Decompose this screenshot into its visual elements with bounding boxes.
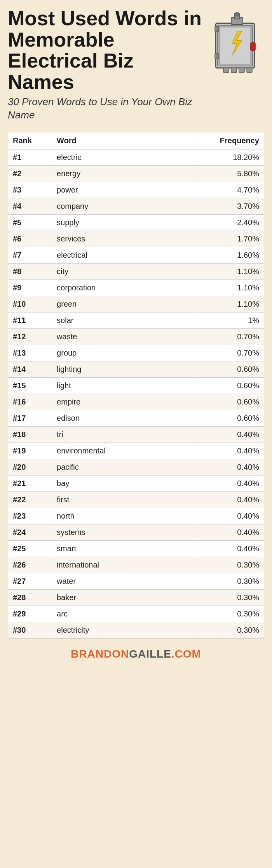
table-row: #9corporation1.10% <box>8 279 264 296</box>
cell-rank: #6 <box>8 231 52 247</box>
cell-word: environmental <box>52 443 195 459</box>
table-row: #4company3.70% <box>8 198 264 214</box>
cell-word: lighting <box>52 361 195 377</box>
cell-word: power <box>52 182 195 198</box>
cell-rank: #3 <box>8 182 52 198</box>
cell-word: electrical <box>52 247 195 263</box>
cell-word: arc <box>52 606 195 622</box>
header-section: Most Used Words in Memorable Electrical … <box>8 8 264 128</box>
cell-rank: #12 <box>8 328 52 345</box>
cell-frequency: 0.40% <box>195 524 264 540</box>
cell-word: green <box>52 296 195 312</box>
table-row: #22first0.40% <box>8 491 264 508</box>
table-row: #14lighting0.60% <box>8 361 264 377</box>
cell-frequency: 0.70% <box>195 345 264 361</box>
cell-rank: #14 <box>8 361 52 377</box>
cell-word: first <box>52 491 195 508</box>
cell-word: electric <box>52 149 195 165</box>
table-row: #25smart0.40% <box>8 540 264 557</box>
cell-rank: #28 <box>8 589 52 606</box>
cell-rank: #8 <box>8 263 52 279</box>
cell-rank: #21 <box>8 475 52 491</box>
svg-rect-4 <box>215 54 219 59</box>
cell-word: services <box>52 231 195 247</box>
cell-rank: #16 <box>8 394 52 410</box>
cell-word: systems <box>52 524 195 540</box>
cell-rank: #30 <box>8 622 52 638</box>
cell-rank: #18 <box>8 426 52 443</box>
table-row: #6services1.70% <box>8 231 264 247</box>
title-block: Most Used Words in Memorable Electrical … <box>8 8 202 128</box>
svg-rect-11 <box>231 68 237 73</box>
cell-frequency: 1.60% <box>195 247 264 263</box>
cell-rank: #2 <box>8 165 52 182</box>
cell-word: corporation <box>52 279 195 296</box>
cell-word: baker <box>52 589 195 606</box>
table-row: #27water0.30% <box>8 573 264 589</box>
svg-rect-12 <box>239 68 244 73</box>
table-row: #23north0.40% <box>8 508 264 524</box>
table-row: #16empire0.60% <box>8 394 264 410</box>
cell-frequency: 4.70% <box>195 182 264 198</box>
table-row: #20pacific0.40% <box>8 459 264 475</box>
cell-rank: #1 <box>8 149 52 165</box>
cell-word: edison <box>52 410 195 426</box>
table-row: #18tri0.40% <box>8 426 264 443</box>
cell-frequency: 1% <box>195 312 264 328</box>
table-row: #12waste0.70% <box>8 328 264 345</box>
cell-rank: #10 <box>8 296 52 312</box>
cell-word: company <box>52 198 195 214</box>
svg-rect-3 <box>215 26 219 32</box>
cell-word: empire <box>52 394 195 410</box>
cell-frequency: 0.60% <box>195 377 264 394</box>
cell-rank: #15 <box>8 377 52 394</box>
table-row: #3power4.70% <box>8 182 264 198</box>
cell-frequency: 3.70% <box>195 198 264 214</box>
col-header-word: Word <box>52 132 195 149</box>
brand-suffix: .COM <box>171 648 201 660</box>
table-row: #15light0.60% <box>8 377 264 394</box>
svg-rect-13 <box>247 68 252 73</box>
words-table: Rank Word Frequency #1electric18.20%#2en… <box>8 132 264 639</box>
cell-rank: #7 <box>8 247 52 263</box>
cell-frequency: 0.30% <box>195 589 264 606</box>
table-row: #2energy5.80% <box>8 165 264 182</box>
table-row: #24systems0.40% <box>8 524 264 540</box>
cell-frequency: 0.60% <box>195 361 264 377</box>
table-row: #7electrical1.60% <box>8 247 264 263</box>
cell-frequency: 1.10% <box>195 296 264 312</box>
cell-word: water <box>52 573 195 589</box>
svg-rect-10 <box>223 68 229 73</box>
table-row: #5supply2.40% <box>8 214 264 231</box>
svg-rect-2 <box>220 27 251 64</box>
main-title: Most Used Words in Memorable Electrical … <box>8 8 202 92</box>
cell-rank: #23 <box>8 508 52 524</box>
cell-rank: #22 <box>8 491 52 508</box>
cell-word: group <box>52 345 195 361</box>
cell-frequency: 0.40% <box>195 443 264 459</box>
cell-frequency: 2.40% <box>195 214 264 231</box>
cell-word: tri <box>52 426 195 443</box>
cell-rank: #26 <box>8 557 52 573</box>
subtitle: 30 Proven Words to Use in Your Own Biz N… <box>8 95 202 122</box>
cell-frequency: 0.40% <box>195 491 264 508</box>
icon-area <box>202 8 264 74</box>
cell-frequency: 0.40% <box>195 508 264 524</box>
cell-word: waste <box>52 328 195 345</box>
table-row: #29arc0.30% <box>8 606 264 622</box>
table-row: #8city1.10% <box>8 263 264 279</box>
cell-frequency: 0.30% <box>195 606 264 622</box>
cell-frequency: 0.30% <box>195 622 264 638</box>
cell-frequency: 18.20% <box>195 149 264 165</box>
cell-rank: #11 <box>8 312 52 328</box>
cell-word: international <box>52 557 195 573</box>
cell-word: supply <box>52 214 195 231</box>
table-row: #11solar1% <box>8 312 264 328</box>
electrical-box-icon <box>210 12 264 74</box>
cell-word: light <box>52 377 195 394</box>
cell-frequency: 0.60% <box>195 394 264 410</box>
cell-frequency: 0.30% <box>195 557 264 573</box>
cell-rank: #17 <box>8 410 52 426</box>
cell-word: smart <box>52 540 195 557</box>
cell-frequency: 0.40% <box>195 426 264 443</box>
